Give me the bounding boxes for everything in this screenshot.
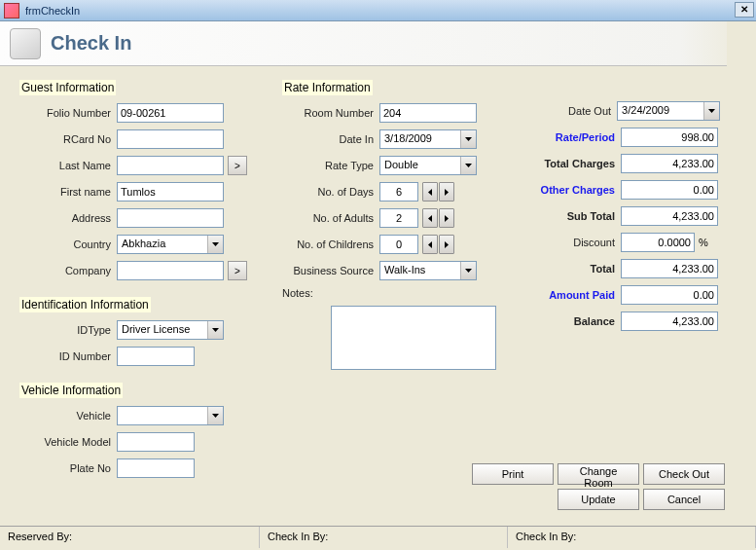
svg-marker-0	[212, 242, 219, 246]
label-rcard: RCard No	[19, 133, 117, 145]
idtype-select[interactable]: Driver License	[117, 320, 224, 340]
title-bar: frmCheckIn ✕	[0, 0, 756, 21]
svg-marker-3	[465, 137, 472, 141]
dateout-picker[interactable]: 3/24/2009	[617, 101, 720, 121]
bsource-select[interactable]: Walk-Ins	[379, 261, 477, 280]
country-select[interactable]: Abkhazia	[117, 235, 224, 254]
adults-decrement-button[interactable]	[422, 208, 438, 228]
label-dateout: Date Out	[516, 105, 617, 117]
label-datein: Date In	[282, 133, 379, 145]
ratetype-select[interactable]: Double	[379, 156, 477, 175]
chevron-down-icon[interactable]	[207, 407, 223, 424]
balance-input[interactable]	[621, 312, 718, 331]
roomno-input[interactable]	[379, 103, 477, 123]
totalcharges-input[interactable]	[621, 154, 718, 173]
cancel-button[interactable]: Cancel	[643, 489, 725, 510]
days-decrement-button[interactable]	[422, 182, 438, 202]
svg-marker-1	[212, 328, 219, 332]
change-room-button[interactable]: Change Room	[558, 463, 639, 485]
chevron-down-icon[interactable]	[460, 157, 476, 174]
middle-column: Rate Information Room Number Date In 3/1…	[282, 76, 496, 485]
vehiclemodel-input[interactable]	[117, 432, 195, 452]
lastname-input[interactable]	[117, 156, 224, 175]
dateout-value: 3/24/2009	[618, 102, 703, 120]
svg-marker-7	[428, 215, 432, 222]
label-subtotal: Sub Total	[516, 210, 621, 222]
label-days: No. of Days	[282, 186, 379, 198]
label-firstname: First name	[19, 186, 117, 198]
othercharges-link[interactable]: Other Charges	[516, 184, 621, 196]
label-bsource: Business Source	[282, 265, 379, 276]
close-button[interactable]: ✕	[735, 2, 754, 18]
label-notes: Notes:	[282, 287, 331, 299]
plate-input[interactable]	[117, 458, 195, 478]
address-input[interactable]	[117, 208, 224, 228]
chevron-down-icon[interactable]	[207, 321, 223, 339]
country-value: Abkhazia	[118, 236, 207, 253]
checkout-button[interactable]: Check Out	[643, 463, 725, 485]
status-bar: Reserved By: Check In By: Check In By:	[0, 526, 756, 548]
svg-marker-5	[428, 189, 432, 196]
children-decrement-button[interactable]	[422, 235, 438, 254]
section-vehicle: Vehicle Information	[19, 383, 123, 398]
svg-marker-4	[465, 164, 472, 167]
lastname-lookup-button[interactable]: >	[228, 156, 247, 175]
amountpaid-input[interactable]	[621, 285, 718, 305]
notes-textarea[interactable]	[331, 306, 496, 370]
bsource-value: Walk-Ins	[380, 262, 460, 279]
adults-increment-button[interactable]	[439, 208, 454, 228]
svg-marker-12	[708, 109, 715, 113]
rateperiod-link[interactable]: Rate/Period	[516, 131, 621, 143]
label-balance: Balance	[516, 315, 621, 327]
window-title: frmCheckIn	[25, 5, 80, 17]
vehicle-select[interactable]	[117, 406, 224, 425]
folio-input[interactable]	[117, 103, 224, 123]
page-title: Check In	[51, 32, 131, 55]
amountpaid-link[interactable]: Amount Paid	[516, 289, 621, 301]
othercharges-input[interactable]	[621, 180, 718, 200]
svg-marker-9	[428, 241, 432, 248]
label-address: Address	[19, 212, 117, 224]
right-column: Date Out 3/24/2009 Rate/Period Total Cha…	[516, 76, 720, 485]
firstname-input[interactable]	[117, 182, 224, 202]
days-increment-button[interactable]	[439, 182, 454, 202]
company-input[interactable]	[117, 261, 224, 280]
company-lookup-button[interactable]: >	[228, 261, 247, 280]
chevron-down-icon[interactable]	[460, 262, 476, 279]
svg-marker-11	[465, 269, 472, 273]
svg-marker-2	[212, 414, 219, 418]
label-lastname: Last Name	[19, 160, 117, 171]
print-button[interactable]: Print	[472, 463, 554, 485]
label-idtype: IDType	[19, 324, 117, 336]
chevron-down-icon[interactable]	[207, 236, 223, 253]
rateperiod-input[interactable]	[621, 128, 718, 147]
children-input[interactable]	[379, 235, 418, 254]
discount-input[interactable]	[621, 233, 695, 252]
idnumber-input[interactable]	[117, 347, 195, 366]
adults-input[interactable]	[379, 208, 418, 228]
label-children: No. of Childrens	[282, 238, 379, 250]
header-band: Check In	[0, 21, 756, 66]
label-country: Country	[19, 238, 117, 250]
label-company: Company	[19, 265, 117, 276]
idtype-value: Driver License	[118, 321, 207, 339]
update-button[interactable]: Update	[558, 489, 639, 510]
label-totalcharges: Total Charges	[516, 158, 621, 169]
rcard-input[interactable]	[117, 129, 224, 149]
chevron-down-icon[interactable]	[460, 130, 476, 148]
checkin-icon	[10, 28, 41, 59]
status-checkin-by-1: Check In By:	[260, 527, 508, 548]
section-ident: Identification Information	[19, 297, 151, 312]
label-vehiclemodel: Vehicle Model	[19, 436, 117, 448]
status-reserved-by: Reserved By:	[0, 527, 260, 548]
datein-picker[interactable]: 3/18/2009	[379, 129, 477, 149]
app-icon	[4, 3, 19, 18]
chevron-down-icon[interactable]	[703, 102, 719, 120]
subtotal-input[interactable]	[621, 206, 718, 226]
label-folio: Folio Number	[19, 107, 117, 119]
days-input[interactable]	[379, 182, 418, 202]
label-plate: Plate No	[19, 462, 117, 474]
total-input[interactable]	[621, 259, 718, 278]
label-idnumber: ID Number	[19, 350, 117, 362]
children-increment-button[interactable]	[439, 235, 454, 254]
